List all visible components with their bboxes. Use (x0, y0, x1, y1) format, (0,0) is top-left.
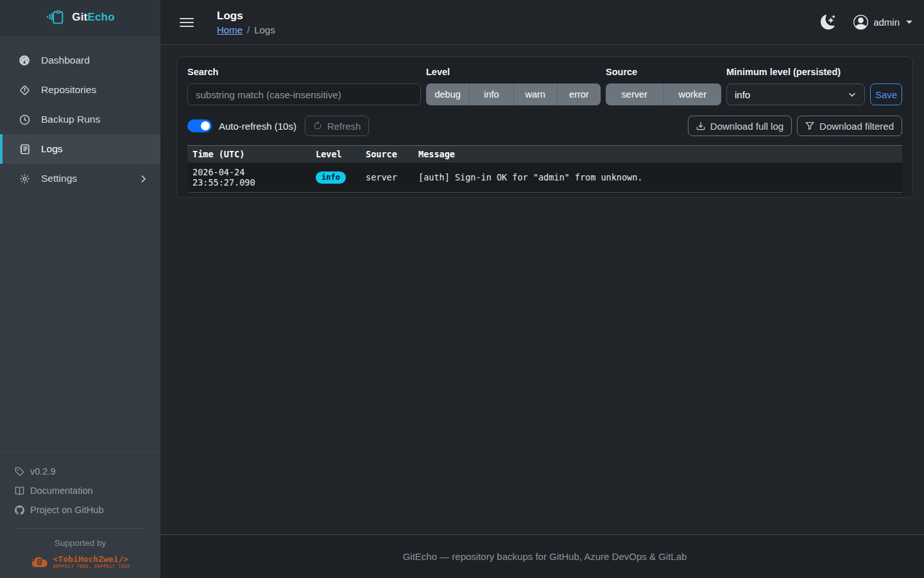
sidebar-item-label: Backup Runs (41, 114, 100, 125)
min-level-label: Minimum level (persisted) (726, 67, 902, 77)
save-button[interactable]: Save (870, 83, 902, 105)
sidebar: GitEcho Dashboard Repositories (0, 0, 160, 578)
refresh-button[interactable]: Refresh (305, 116, 370, 136)
sponsor-logo[interactable]: <TobiHochZwei/> DOPPELT TOBI, DOPPELT TE… (14, 554, 146, 572)
content: Search Level debug info warn error Sourc… (160, 45, 924, 534)
gitecho-logo-icon (46, 10, 66, 25)
funnel-icon (805, 121, 814, 130)
sidebar-nav: Dashboard Repositories Backup Runs (0, 35, 160, 193)
level-info-button[interactable]: info (470, 83, 513, 105)
book-icon (14, 486, 24, 496)
toolbar-row: Auto-refresh (10s) Refresh (187, 116, 902, 136)
page-footer: GitEcho — repository backups for GitHub,… (160, 534, 924, 578)
log-time: 2026-04-24 23:55:27.090 (187, 162, 311, 193)
log-table-row[interactable]: 2026-04-24 23:55:27.090 info server [aut… (187, 162, 902, 193)
sidebar-divider (14, 528, 146, 529)
header-level: Level (311, 146, 361, 163)
download-icon (696, 121, 705, 130)
version-label: v0.2.9 (14, 462, 146, 481)
download-filtered-button[interactable]: Download filtered (797, 116, 902, 136)
brand-logo-area[interactable]: GitEcho (0, 0, 160, 35)
level-warn-button[interactable]: warn (514, 83, 558, 105)
level-error-button[interactable]: error (558, 83, 601, 105)
documentation-link[interactable]: Documentation (14, 481, 146, 500)
auto-refresh-label: Auto-refresh (10s) (219, 121, 296, 132)
sidebar-item-backup-runs[interactable]: Backup Runs (0, 105, 160, 134)
clock-icon (19, 114, 30, 125)
breadcrumb-separator: / (247, 24, 250, 35)
chevron-right-icon (139, 175, 148, 183)
sidebar-item-label: Settings (41, 173, 77, 184)
github-link[interactable]: Project on GitHub (14, 500, 146, 520)
brand-name: GitEcho (72, 11, 115, 24)
refresh-icon (313, 121, 322, 130)
log-level-badge: info (316, 171, 346, 184)
min-level-value: info (735, 89, 750, 100)
sponsor-name: <TobiHochZwei/> (53, 554, 130, 564)
source-button-group: server worker (606, 83, 721, 105)
caret-down-icon (906, 21, 912, 24)
person-circle-icon (853, 15, 868, 30)
user-menu[interactable]: admin (853, 15, 912, 30)
hamburger-menu-icon[interactable] (180, 18, 194, 27)
breadcrumb: Home / Logs (217, 24, 275, 35)
username-label: admin (873, 17, 900, 28)
sidebar-item-label: Repositories (41, 84, 96, 96)
sidebar-item-logs[interactable]: Logs (0, 134, 160, 164)
sidebar-item-label: Dashboard (41, 55, 90, 66)
log-table-header-row: Time (UTC) Level Source Message (187, 146, 902, 163)
sidebar-item-settings[interactable]: Settings (0, 164, 160, 193)
main-area: Logs Home / Logs (160, 0, 924, 578)
topbar: Logs Home / Logs (160, 0, 924, 45)
source-server-button[interactable]: server (606, 83, 664, 105)
gear-icon (19, 173, 30, 184)
sidebar-item-label: Logs (41, 143, 63, 155)
header-source: Source (361, 146, 413, 163)
level-button-group: debug info warn error (426, 83, 601, 105)
header-message: Message (413, 146, 902, 163)
auto-refresh-toggle[interactable] (187, 119, 212, 132)
chevron-down-icon (848, 90, 857, 99)
sponsor-cloud-icon (31, 555, 49, 569)
supported-by-label: Supported by (14, 538, 146, 548)
dark-mode-toggle-icon[interactable] (821, 15, 835, 30)
journal-text-icon (19, 143, 30, 155)
search-label: Search (187, 67, 421, 77)
log-message: [auth] Sign-in OK for "admin" from unkno… (413, 162, 902, 193)
git-diamond-icon (19, 84, 30, 96)
source-worker-button[interactable]: worker (664, 83, 722, 105)
tag-icon (14, 466, 24, 477)
level-debug-button[interactable]: debug (426, 83, 470, 105)
log-source: server (361, 162, 413, 193)
logs-panel: Search Level debug info warn error Sourc… (176, 57, 913, 198)
sidebar-item-dashboard[interactable]: Dashboard (0, 46, 160, 75)
footer-text: GitEcho — repository backups for GitHub,… (403, 551, 687, 562)
level-label: Level (426, 67, 601, 77)
search-input[interactable] (187, 83, 421, 105)
breadcrumb-current: Logs (254, 24, 275, 35)
sidebar-item-repositories[interactable]: Repositories (0, 75, 160, 105)
sidebar-footer: v0.2.9 Documentation Project on GitHub S… (0, 452, 160, 578)
source-label: Source (606, 67, 721, 77)
download-full-log-button[interactable]: Download full log (688, 116, 792, 136)
header-time: Time (UTC) (187, 146, 311, 163)
sponsor-tagline: DOPPELT TOBI, DOPPELT TECH (53, 564, 130, 569)
speedometer-icon (19, 55, 30, 66)
github-icon (14, 505, 24, 515)
min-level-select[interactable]: info (726, 83, 865, 105)
filters-row: Search Level debug info warn error Sourc… (187, 67, 902, 105)
page-title: Logs (217, 10, 275, 22)
log-table: Time (UTC) Level Source Message 2026-04-… (187, 145, 902, 193)
breadcrumb-home-link[interactable]: Home (217, 24, 243, 35)
